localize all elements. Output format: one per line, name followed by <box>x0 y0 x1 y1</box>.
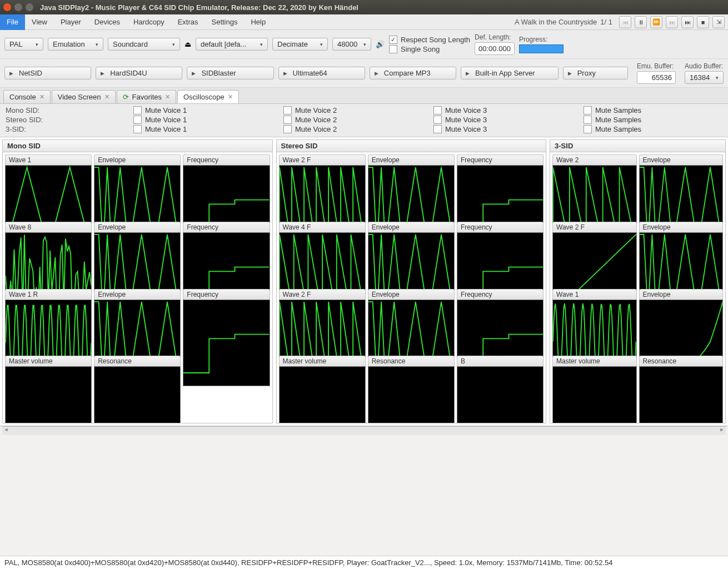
progress-label: Progress: <box>519 36 564 43</box>
speaker-button[interactable]: 🔊 <box>376 40 385 48</box>
scope-label: Frequency <box>183 222 270 232</box>
osc-header: Stereo SID <box>277 140 546 152</box>
mute-voice1-checkbox[interactable] <box>133 125 142 133</box>
menu-view[interactable]: View <box>25 14 54 30</box>
mute-samples-checkbox[interactable] <box>584 125 592 133</box>
status-bar: PAL, MOS8580(at 0xd400)+MOS8580(at 0xd42… <box>0 556 728 569</box>
next-track-button[interactable]: ⏭ <box>666 16 678 28</box>
skip-forward-button[interactable]: ⏭ <box>681 16 694 28</box>
scope-label: Wave 2 F <box>279 154 366 165</box>
audio-driver-combo[interactable]: default [defa...▾ <box>196 38 268 51</box>
scope-label: Wave 8 <box>5 222 92 232</box>
video-standard-combo[interactable]: PAL▾ <box>4 38 43 51</box>
scope-label: Wave 1 <box>552 289 636 300</box>
mute-voice3-checkbox[interactable] <box>433 125 442 133</box>
compare-mp3-button[interactable]: Compare MP3 <box>370 67 456 79</box>
proxy-button[interactable]: Proxy <box>563 67 628 79</box>
menu-hardcopy[interactable]: Hardcopy <box>127 14 171 30</box>
close-icon[interactable]: ✕ <box>104 93 109 101</box>
menu-extras[interactable]: Extras <box>171 14 205 30</box>
tab-video-screen[interactable]: Video Screen✕ <box>52 90 116 103</box>
close-icon[interactable]: ✕ <box>39 93 44 101</box>
scope-envelope: Envelope <box>94 222 181 287</box>
collapse-button[interactable]: ⇲ <box>712 16 725 28</box>
netsid-button[interactable]: NetSID <box>4 67 91 79</box>
menu-player[interactable]: Player <box>54 14 88 30</box>
mute-samples-checkbox[interactable] <box>584 116 592 124</box>
device-combo[interactable]: Soundcard▾ <box>108 38 180 51</box>
mute-voice2-checkbox[interactable] <box>283 106 292 114</box>
mute-voice1-checkbox[interactable] <box>133 106 142 114</box>
fast-forward-button[interactable]: ⏩ <box>650 16 662 28</box>
scope-label: Frequency <box>183 289 270 300</box>
sampling-combo[interactable]: Decimate▾ <box>272 38 328 51</box>
menu-help[interactable]: Help <box>244 14 272 30</box>
ultimate64-button[interactable]: Ultimate64 <box>278 67 365 79</box>
osc-col-mono: Mono SID Wave 1EnvelopeFrequencyWave 8En… <box>2 139 273 423</box>
menu-file[interactable]: File <box>0 14 25 30</box>
emu-buffer-field[interactable]: 65536 <box>637 71 676 84</box>
now-playing-position: 1/ 1 <box>600 18 612 26</box>
scope-label: Envelope <box>639 222 723 232</box>
scope-label: Master volume <box>552 356 636 366</box>
menu-settings[interactable]: Settings <box>205 14 245 30</box>
scope-canvas <box>183 300 270 386</box>
mute-voice3-checkbox[interactable] <box>433 116 442 124</box>
mute-samples-checkbox[interactable] <box>584 106 592 114</box>
window-titlebar: Java SIDPlay2 - Music Player & C64 SID C… <box>0 0 728 14</box>
progress-bar <box>519 44 564 53</box>
scope-canvas <box>639 366 723 423</box>
scope-envelope: Envelope <box>94 289 181 354</box>
scope-wave-2-f: Wave 2 F <box>552 222 636 287</box>
pause-button[interactable]: ⏸ <box>635 16 647 28</box>
window-close-icon[interactable] <box>3 3 11 11</box>
scroll-right-icon[interactable]: ► <box>718 427 726 435</box>
mute-voice2-checkbox[interactable] <box>283 125 292 133</box>
window-maximize-icon[interactable] <box>26 3 33 11</box>
eject-button[interactable]: ⏏ <box>185 40 191 48</box>
scope-envelope: Envelope <box>639 154 723 219</box>
def-length-label: Def. Length: <box>475 33 515 41</box>
scope-label: Envelope <box>639 154 723 165</box>
mute-voice2-checkbox[interactable] <box>283 116 292 124</box>
window-title: Java SIDPlay2 - Music Player & C64 SID C… <box>40 3 358 12</box>
def-length-field[interactable]: 00:00.000 <box>475 42 515 55</box>
scope-label: Envelope <box>368 222 455 232</box>
tab-console[interactable]: Console✕ <box>3 90 51 103</box>
scope-envelope: Envelope <box>368 154 455 219</box>
mute-voice1-checkbox[interactable] <box>133 116 142 124</box>
tab-strip: Console✕ Video Screen✕ ⟳Favorites✕ Oscil… <box>0 88 728 104</box>
scope-envelope: Envelope <box>639 222 723 287</box>
samplerate-combo[interactable]: 48000▾ <box>332 38 371 51</box>
horizontal-scrollbar[interactable]: ◄► <box>2 426 726 435</box>
engine-combo[interactable]: Emulation▾ <box>48 38 103 51</box>
respect-length-checkbox[interactable]: ✓ <box>389 36 397 44</box>
osc-header: Mono SID <box>3 140 272 152</box>
window-minimize-icon[interactable] <box>14 3 22 11</box>
hardsid4u-button[interactable]: HardSID4U <box>96 67 182 79</box>
single-song-checkbox[interactable] <box>389 45 397 53</box>
prev-track-button[interactable]: ⏮ <box>619 16 631 28</box>
respect-length-label: Respect Song Length <box>401 36 470 44</box>
mute-voice3-checkbox[interactable] <box>433 106 442 114</box>
scroll-left-icon[interactable]: ◄ <box>2 427 10 435</box>
mute-panel: Mono SID: Mute Voice 1 Mute Voice 2 Mute… <box>0 104 728 137</box>
tab-favorites[interactable]: ⟳Favorites✕ <box>117 90 176 103</box>
sidblaster-button[interactable]: SIDBlaster <box>187 67 273 79</box>
osc-col-stereo: Stereo SID Wave 2 FEnvelopeFrequencyWave… <box>276 139 547 423</box>
scope-label: Wave 2 F <box>552 222 636 232</box>
scope-frequency: Frequency <box>183 154 270 219</box>
scope-wave-8: Wave 8 <box>5 222 92 287</box>
menu-devices[interactable]: Devices <box>88 14 127 30</box>
close-icon[interactable]: ✕ <box>165 93 170 101</box>
stop-button[interactable]: ■ <box>697 16 709 28</box>
scope-label: Envelope <box>639 289 723 300</box>
audio-buffer-combo[interactable]: 16384▾ <box>685 71 724 84</box>
tab-oscilloscope[interactable]: Oscilloscope✕ <box>177 90 239 103</box>
appserver-button[interactable]: Built-in App Server <box>461 67 559 79</box>
toolbar-devices: NetSID HardSID4U SIDBlaster Ultimate64 C… <box>0 59 728 88</box>
oscilloscope-area: Mono SID Wave 1EnvelopeFrequencyWave 8En… <box>0 137 728 426</box>
scope-canvas <box>457 366 543 423</box>
close-icon[interactable]: ✕ <box>228 93 233 101</box>
scope-wave-2-f: Wave 2 F <box>279 154 366 219</box>
